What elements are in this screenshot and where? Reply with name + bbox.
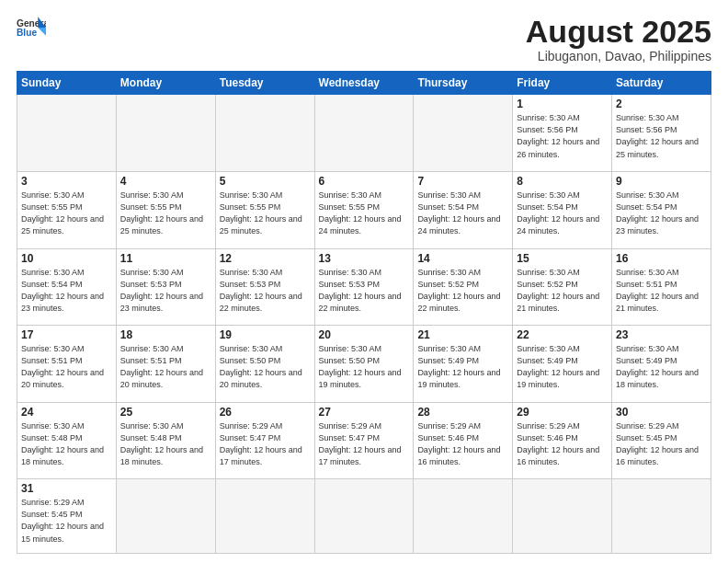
day-number: 12 bbox=[220, 252, 311, 265]
day-info: Sunrise: 5:30 AMSunset: 5:51 PMDaylight:… bbox=[616, 267, 707, 315]
calendar-week-row: 17Sunrise: 5:30 AMSunset: 5:51 PMDayligh… bbox=[17, 326, 711, 403]
day-number: 30 bbox=[616, 406, 707, 419]
day-number: 26 bbox=[220, 406, 311, 419]
day-number: 20 bbox=[319, 328, 410, 341]
calendar-cell bbox=[116, 95, 215, 172]
calendar-cell bbox=[414, 95, 513, 172]
weekday-header-wednesday: Wednesday bbox=[314, 72, 414, 95]
svg-text:Blue: Blue bbox=[17, 28, 37, 38]
day-info: Sunrise: 5:30 AMSunset: 5:51 PMDaylight:… bbox=[120, 343, 211, 391]
calendar-cell: 21Sunrise: 5:30 AMSunset: 5:49 PMDayligh… bbox=[414, 326, 513, 403]
calendar-cell bbox=[314, 479, 414, 554]
calendar-cell: 27Sunrise: 5:29 AMSunset: 5:47 PMDayligh… bbox=[314, 402, 414, 479]
calendar-cell: 24Sunrise: 5:30 AMSunset: 5:48 PMDayligh… bbox=[17, 402, 117, 479]
calendar-cell bbox=[215, 479, 314, 554]
calendar-week-row: 3Sunrise: 5:30 AMSunset: 5:55 PMDaylight… bbox=[17, 171, 711, 248]
calendar-cell: 29Sunrise: 5:29 AMSunset: 5:46 PMDayligh… bbox=[513, 402, 612, 479]
header: General Blue August 2025 Libuganon, Dava… bbox=[17, 15, 711, 63]
day-number: 25 bbox=[120, 406, 211, 419]
calendar-cell: 11Sunrise: 5:30 AMSunset: 5:53 PMDayligh… bbox=[116, 248, 215, 326]
day-info: Sunrise: 5:30 AMSunset: 5:48 PMDaylight:… bbox=[21, 420, 112, 468]
weekday-header-thursday: Thursday bbox=[414, 72, 513, 95]
day-number: 1 bbox=[517, 98, 608, 110]
calendar-cell bbox=[116, 479, 215, 554]
day-number: 17 bbox=[21, 328, 112, 341]
calendar-cell: 17Sunrise: 5:30 AMSunset: 5:51 PMDayligh… bbox=[17, 326, 117, 403]
calendar-table: SundayMondayTuesdayWednesdayThursdayFrid… bbox=[17, 71, 711, 554]
day-number: 22 bbox=[517, 328, 608, 341]
month-title: August 2025 bbox=[526, 15, 711, 49]
day-info: Sunrise: 5:30 AMSunset: 5:54 PMDaylight:… bbox=[517, 190, 608, 237]
calendar-cell: 15Sunrise: 5:30 AMSunset: 5:52 PMDayligh… bbox=[513, 248, 612, 326]
day-number: 15 bbox=[517, 252, 608, 265]
day-info: Sunrise: 5:29 AMSunset: 5:47 PMDaylight:… bbox=[220, 420, 311, 468]
day-info: Sunrise: 5:30 AMSunset: 5:53 PMDaylight:… bbox=[120, 267, 211, 315]
day-number: 9 bbox=[616, 175, 707, 188]
calendar-cell: 20Sunrise: 5:30 AMSunset: 5:50 PMDayligh… bbox=[314, 326, 414, 403]
day-info: Sunrise: 5:30 AMSunset: 5:54 PMDaylight:… bbox=[616, 190, 707, 237]
calendar-cell: 4Sunrise: 5:30 AMSunset: 5:55 PMDaylight… bbox=[116, 171, 215, 248]
day-info: Sunrise: 5:30 AMSunset: 5:51 PMDaylight:… bbox=[21, 343, 112, 391]
day-info: Sunrise: 5:29 AMSunset: 5:45 PMDaylight:… bbox=[616, 420, 707, 468]
day-number: 28 bbox=[417, 406, 508, 419]
calendar-cell: 10Sunrise: 5:30 AMSunset: 5:54 PMDayligh… bbox=[17, 248, 117, 326]
location-subtitle: Libuganon, Davao, Philippines bbox=[526, 49, 711, 63]
day-number: 6 bbox=[319, 175, 410, 188]
calendar-cell: 9Sunrise: 5:30 AMSunset: 5:54 PMDaylight… bbox=[612, 171, 711, 248]
calendar-cell: 2Sunrise: 5:30 AMSunset: 5:56 PMDaylight… bbox=[612, 95, 711, 172]
day-info: Sunrise: 5:29 AMSunset: 5:45 PMDaylight:… bbox=[21, 497, 112, 545]
calendar-cell: 3Sunrise: 5:30 AMSunset: 5:55 PMDaylight… bbox=[17, 171, 117, 248]
svg-marker-3 bbox=[38, 28, 46, 36]
day-number: 10 bbox=[21, 252, 112, 265]
weekday-header-monday: Monday bbox=[116, 72, 215, 95]
calendar-cell: 18Sunrise: 5:30 AMSunset: 5:51 PMDayligh… bbox=[116, 326, 215, 403]
day-number: 16 bbox=[616, 252, 707, 265]
calendar-week-row: 10Sunrise: 5:30 AMSunset: 5:54 PMDayligh… bbox=[17, 248, 711, 326]
day-info: Sunrise: 5:29 AMSunset: 5:46 PMDaylight:… bbox=[517, 420, 608, 468]
day-number: 8 bbox=[517, 175, 608, 188]
calendar-week-row: 31Sunrise: 5:29 AMSunset: 5:45 PMDayligh… bbox=[17, 479, 711, 554]
day-info: Sunrise: 5:30 AMSunset: 5:49 PMDaylight:… bbox=[616, 343, 707, 391]
weekday-header-sunday: Sunday bbox=[17, 72, 117, 95]
calendar-cell: 31Sunrise: 5:29 AMSunset: 5:45 PMDayligh… bbox=[17, 479, 117, 554]
calendar-cell: 22Sunrise: 5:30 AMSunset: 5:49 PMDayligh… bbox=[513, 326, 612, 403]
calendar-cell: 26Sunrise: 5:29 AMSunset: 5:47 PMDayligh… bbox=[215, 402, 314, 479]
title-block: August 2025 Libuganon, Davao, Philippine… bbox=[526, 15, 711, 63]
day-number: 11 bbox=[120, 252, 211, 265]
day-info: Sunrise: 5:30 AMSunset: 5:56 PMDaylight:… bbox=[517, 112, 608, 160]
calendar-cell: 16Sunrise: 5:30 AMSunset: 5:51 PMDayligh… bbox=[612, 248, 711, 326]
day-number: 5 bbox=[220, 175, 311, 188]
weekday-header-row: SundayMondayTuesdayWednesdayThursdayFrid… bbox=[17, 72, 711, 95]
day-info: Sunrise: 5:30 AMSunset: 5:49 PMDaylight:… bbox=[417, 343, 508, 391]
day-info: Sunrise: 5:30 AMSunset: 5:55 PMDaylight:… bbox=[120, 190, 211, 237]
day-info: Sunrise: 5:29 AMSunset: 5:46 PMDaylight:… bbox=[417, 420, 508, 468]
generalblue-logo-icon: General Blue bbox=[17, 15, 46, 40]
day-number: 27 bbox=[319, 406, 410, 419]
weekday-header-friday: Friday bbox=[513, 72, 612, 95]
day-info: Sunrise: 5:30 AMSunset: 5:50 PMDaylight:… bbox=[220, 343, 311, 391]
calendar-cell: 6Sunrise: 5:30 AMSunset: 5:55 PMDaylight… bbox=[314, 171, 414, 248]
day-info: Sunrise: 5:30 AMSunset: 5:52 PMDaylight:… bbox=[417, 267, 508, 315]
day-info: Sunrise: 5:30 AMSunset: 5:49 PMDaylight:… bbox=[517, 343, 608, 391]
calendar-week-row: 1Sunrise: 5:30 AMSunset: 5:56 PMDaylight… bbox=[17, 95, 711, 172]
day-number: 3 bbox=[21, 175, 112, 188]
calendar-cell: 13Sunrise: 5:30 AMSunset: 5:53 PMDayligh… bbox=[314, 248, 414, 326]
calendar-cell: 8Sunrise: 5:30 AMSunset: 5:54 PMDaylight… bbox=[513, 171, 612, 248]
day-number: 7 bbox=[417, 175, 508, 188]
day-info: Sunrise: 5:30 AMSunset: 5:53 PMDaylight:… bbox=[220, 267, 311, 315]
logo: General Blue bbox=[17, 15, 46, 40]
day-number: 2 bbox=[616, 98, 707, 110]
calendar-cell bbox=[612, 479, 711, 554]
calendar-cell bbox=[215, 95, 314, 172]
day-info: Sunrise: 5:30 AMSunset: 5:55 PMDaylight:… bbox=[21, 190, 112, 237]
calendar-cell: 30Sunrise: 5:29 AMSunset: 5:45 PMDayligh… bbox=[612, 402, 711, 479]
calendar-cell: 5Sunrise: 5:30 AMSunset: 5:55 PMDaylight… bbox=[215, 171, 314, 248]
calendar-cell: 28Sunrise: 5:29 AMSunset: 5:46 PMDayligh… bbox=[414, 402, 513, 479]
day-info: Sunrise: 5:30 AMSunset: 5:50 PMDaylight:… bbox=[319, 343, 410, 391]
calendar-cell bbox=[513, 479, 612, 554]
day-info: Sunrise: 5:30 AMSunset: 5:54 PMDaylight:… bbox=[417, 190, 508, 237]
day-info: Sunrise: 5:30 AMSunset: 5:52 PMDaylight:… bbox=[517, 267, 608, 315]
day-info: Sunrise: 5:29 AMSunset: 5:47 PMDaylight:… bbox=[319, 420, 410, 468]
day-number: 24 bbox=[21, 406, 112, 419]
calendar-cell bbox=[17, 95, 117, 172]
